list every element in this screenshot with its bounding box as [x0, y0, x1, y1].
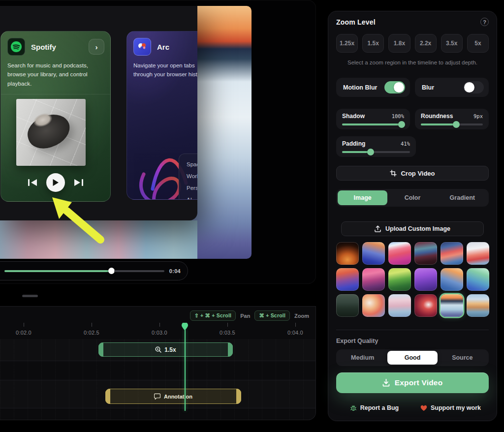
- sliders-row-1: Shadow 100% Roundness 9px: [336, 109, 489, 129]
- export-divider: [336, 330, 489, 330]
- annotation-clip-label: Annotation: [164, 394, 192, 400]
- play-button[interactable]: [46, 173, 65, 192]
- report-bug-label: Report a Bug: [360, 404, 399, 411]
- arc-logo-icon: [137, 41, 148, 52]
- chevron-right-icon: ›: [95, 43, 98, 51]
- empty-track[interactable]: [0, 361, 315, 380]
- shadow-label: Shadow: [342, 113, 365, 120]
- background-thumbnail[interactable]: [467, 242, 489, 265]
- ruler-tick-label: 0:04.0: [287, 330, 303, 336]
- spotify-card: Spotify › Search for music and podcasts,…: [0, 31, 111, 202]
- annotation-clip[interactable]: Annotation: [105, 389, 241, 404]
- roundness-slider[interactable]: [421, 123, 483, 125]
- background-thumbnail[interactable]: [414, 242, 437, 265]
- zoom-level-option[interactable]: 1.25x: [336, 34, 358, 53]
- ruler-tick-label: 0:03.0: [152, 330, 167, 336]
- background-thumbnail[interactable]: [441, 268, 463, 291]
- background-thumbnail[interactable]: [441, 242, 463, 265]
- ruler-tick-label: 0:02.0: [16, 330, 32, 336]
- upload-icon: [375, 225, 381, 232]
- ruler-tick: [159, 323, 160, 327]
- background-thumbnail[interactable]: [362, 294, 385, 317]
- spotify-app-icon: [7, 38, 25, 56]
- padding-slider[interactable]: [342, 151, 410, 153]
- blur-toggle[interactable]: [463, 81, 484, 93]
- upload-custom-image-button[interactable]: Upload Custom Image: [341, 221, 484, 236]
- help-icon[interactable]: ?: [480, 18, 489, 26]
- zoom-level-option[interactable]: 3.5x: [441, 34, 463, 53]
- slider-knob[interactable]: [398, 121, 405, 128]
- background-thumbnail[interactable]: [388, 294, 411, 317]
- export-video-button[interactable]: Export Video: [336, 372, 489, 393]
- speech-bubble-icon: [154, 393, 160, 400]
- motion-blur-toggle[interactable]: [384, 81, 405, 93]
- crop-icon: [390, 170, 397, 177]
- previous-track-icon[interactable]: [28, 179, 38, 186]
- panel-resize-handle[interactable]: [22, 295, 38, 297]
- pan-shortcut-badge: ⇧ + ⌘ + Scroll: [190, 310, 236, 321]
- arc-menu-item: Personal: [187, 182, 197, 194]
- arc-card-description: Navigate your open tabs through your bro…: [127, 61, 197, 79]
- zoom-level-option[interactable]: 5x: [467, 34, 489, 53]
- support-link[interactable]: Support my work: [412, 404, 489, 411]
- blur-label: Blur: [422, 84, 434, 91]
- next-track-icon[interactable]: [73, 179, 84, 186]
- ruler-tick: [227, 323, 228, 327]
- background-thumbnail[interactable]: [388, 268, 411, 291]
- pan-hint-label: Pan: [240, 313, 250, 319]
- background-thumbnail[interactable]: [414, 294, 437, 317]
- arc-spaces-menu: SpacesWorkPersonalAI: [179, 154, 197, 200]
- magnifier-plus-icon: [155, 346, 161, 353]
- zoom-level-option[interactable]: 1.5x: [362, 34, 384, 53]
- background-thumbnail-selected[interactable]: [441, 294, 463, 317]
- progress-bar-filled[interactable]: [4, 270, 109, 272]
- slider-knob[interactable]: [453, 121, 460, 128]
- zoom-region-label: 1.5x: [164, 346, 176, 353]
- zoom-shortcut-badge: ⌘ + Scroll: [254, 310, 290, 321]
- quality-option-source[interactable]: Source: [438, 351, 487, 365]
- toggle-knob: [464, 82, 474, 93]
- zoom-region-clip[interactable]: 1.5x: [98, 342, 233, 357]
- background-tab-image[interactable]: Image: [338, 190, 387, 205]
- quality-option-good[interactable]: Good: [387, 351, 437, 365]
- background-thumbnail[interactable]: [414, 268, 437, 291]
- background-thumbnail[interactable]: [336, 242, 359, 265]
- background-tab-color[interactable]: Color: [387, 190, 437, 205]
- slider-knob[interactable]: [367, 149, 374, 155]
- background-type-tabs: ImageColorGradient: [336, 189, 489, 207]
- background-tab-gradient[interactable]: Gradient: [438, 190, 487, 205]
- spotify-card-header: Spotify ›: [1, 31, 110, 56]
- report-bug-link[interactable]: Report a Bug: [336, 404, 412, 411]
- motion-blur-row: Motion Blur: [336, 78, 410, 97]
- background-thumbnail[interactable]: [362, 242, 385, 265]
- roundness-slider-card: Roundness 9px: [415, 109, 489, 129]
- zoom-level-options: 1.25x1.5x1.8x2.2x3.5x5x: [336, 34, 489, 53]
- shadow-slider[interactable]: [342, 123, 404, 125]
- crop-video-button[interactable]: Crop Video: [336, 166, 489, 181]
- background-thumbnail[interactable]: [362, 268, 385, 291]
- quality-option-medium[interactable]: Medium: [338, 351, 387, 365]
- playhead[interactable]: [182, 323, 188, 420]
- arc-app-icon: [133, 38, 151, 56]
- arc-card-header: Arc: [127, 31, 197, 56]
- roundness-value: 9px: [473, 113, 483, 119]
- background-thumbnail[interactable]: [336, 268, 359, 291]
- sidebar-footer: Report a Bug Support my work: [336, 404, 489, 411]
- background-thumbnail[interactable]: [467, 294, 489, 317]
- background-thumbnail[interactable]: [388, 242, 411, 265]
- zoom-hint-label: Zoom: [294, 313, 309, 319]
- progress-bar-remaining[interactable]: [114, 270, 164, 272]
- video-frame-wallpaper: Spotify › Search for music and podcasts,…: [0, 6, 252, 259]
- spotify-expand-button[interactable]: ›: [89, 39, 104, 55]
- timeline-hints: ⇧ + ⌘ + Scroll Pan ⌘ + Scroll Zoom: [190, 310, 309, 321]
- zoom-level-option[interactable]: 2.2x: [415, 34, 437, 53]
- background-thumbnail[interactable]: [467, 268, 489, 291]
- padding-label: Padding: [342, 140, 365, 147]
- export-quality-tabs: MediumGoodSource: [336, 349, 489, 366]
- background-thumbnail[interactable]: [336, 294, 359, 317]
- zoom-level-option[interactable]: 1.8x: [388, 34, 410, 53]
- support-label: Support my work: [431, 404, 481, 411]
- roundness-label: Roundness: [421, 113, 453, 120]
- arc-card: Arc Navigate your open tabs through your…: [126, 31, 197, 200]
- playback-controls: [1, 173, 110, 192]
